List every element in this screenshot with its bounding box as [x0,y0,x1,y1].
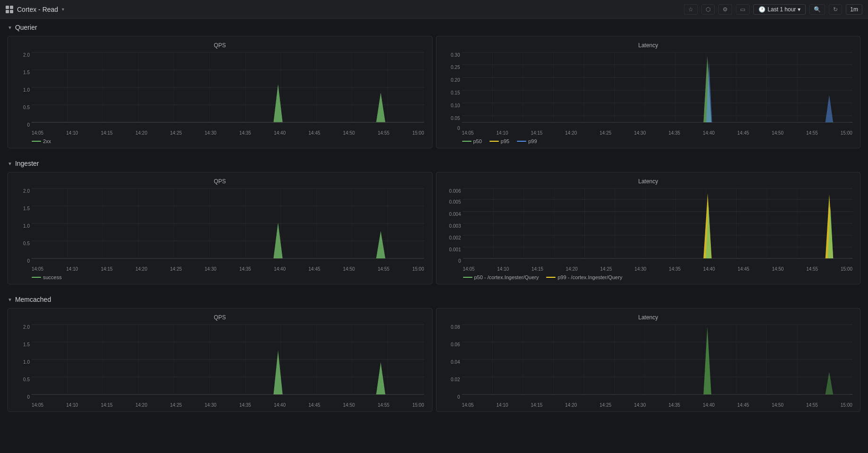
ingester-latency-chart[interactable] [463,188,853,264]
svg-marker-39 [825,95,833,122]
legend-p99-ing: p99 - /cortex.Ingester/Query [546,274,622,280]
star-button[interactable]: ☆ [684,4,698,15]
legend-p99-q: p99 [517,138,537,144]
ingester-latency-legend: p50 - /cortex.Ingester/Query p99 - /cort… [444,274,853,280]
ingester-latency-title: Latency [444,178,853,185]
legend-p50-ing: p50 - /cortex.Ingester/Query [463,274,539,280]
title-dropdown-arrow[interactable]: ▾ [62,7,64,12]
clock-icon: 🕐 [758,6,766,13]
ingester-qps-legend: success [16,274,424,280]
display-button[interactable]: ▭ [736,4,750,15]
section-querier-header[interactable]: ▼ Querier [8,24,860,31]
svg-marker-57 [376,231,385,258]
memcached-label: Memcached [15,296,51,303]
header-right: ☆ ⬡ ⚙ ▭ 🕐 Last 1 hour ▾ 🔍 ↻ 1m [684,4,862,15]
querier-qps-panel: QPS 2.0 1.5 1.0 0.5 0 [8,36,432,148]
header-left: Cortex - Read ▾ [6,6,64,13]
search-button[interactable]: 🔍 [809,4,825,15]
querier-charts-row: QPS 2.0 1.5 1.0 0.5 0 [8,36,860,148]
memcached-latency-chart[interactable] [462,325,853,400]
svg-marker-97 [376,362,385,394]
querier-latency-title: Latency [444,42,853,49]
svg-marker-56 [273,222,282,258]
ingester-latency-panel: Latency 0.006 0.005 0.004 0.003 0.002 0.… [436,172,861,284]
section-ingester-header[interactable]: ▼ Ingester [8,160,860,167]
legend-success: success [32,274,62,280]
refresh-button[interactable]: ↻ [829,4,842,15]
memcached-latency-panel: Latency 0.08 0.06 0.04 0.02 0 [436,308,861,412]
legend-p95-q: p95 [489,138,509,144]
section-querier: ▼ Querier QPS 2.0 1.5 1.0 0.5 0 [8,24,860,148]
share-button[interactable]: ⬡ [701,4,715,15]
section-memcached-header[interactable]: ▼ Memcached [8,296,860,303]
memcached-chevron: ▼ [8,297,12,302]
ingester-qps-panel: QPS 2.0 1.5 1.0 0.5 0 [8,172,432,284]
app-menu-icon[interactable] [6,6,13,13]
legend-2xx: 2xx [32,138,51,144]
main-content: ▼ Querier QPS 2.0 1.5 1.0 0.5 0 [0,19,868,428]
svg-marker-114 [703,327,711,394]
querier-qps-chart[interactable] [32,52,424,128]
legend-p50-q: p50 [462,138,482,144]
section-ingester: ▼ Ingester QPS 2.0 1.5 1.0 0.5 0 [8,160,860,284]
querier-chevron: ▼ [8,25,12,30]
querier-label: Querier [15,24,37,31]
svg-marker-96 [273,350,282,394]
svg-marker-17 [376,93,385,122]
querier-qps-title: QPS [16,42,424,49]
querier-qps-legend: 2xx [16,138,424,144]
memcached-charts-row: QPS 2.0 1.5 1.0 0.5 0 [8,308,860,412]
memcached-latency-title: Latency [444,314,853,321]
memcached-qps-panel: QPS 2.0 1.5 1.0 0.5 0 [8,308,432,412]
ingester-qps-title: QPS [16,178,424,185]
querier-latency-panel: Latency 0.30 0.25 0.20 0.15 0.10 0.05 0 [436,36,861,148]
settings-button[interactable]: ⚙ [718,4,732,15]
section-memcached: ▼ Memcached QPS 2.0 1.5 1.0 0.5 0 [8,296,860,412]
querier-latency-legend: p50 p95 p99 [444,138,853,144]
refresh-interval[interactable]: 1m [846,4,862,15]
time-range-picker[interactable]: 🕐 Last 1 hour ▾ [753,4,806,15]
memcached-qps-chart[interactable] [32,325,424,400]
top-header: Cortex - Read ▾ ☆ ⬡ ⚙ ▭ 🕐 Last 1 hour ▾ … [0,0,868,19]
ingester-label: Ingester [15,160,39,167]
svg-marker-16 [273,84,282,122]
querier-latency-chart[interactable] [462,52,853,128]
svg-marker-115 [825,372,833,394]
ingester-charts-row: QPS 2.0 1.5 1.0 0.5 0 [8,172,860,284]
memcached-qps-title: QPS [16,314,424,321]
ingester-qps-chart[interactable] [32,188,424,264]
ingester-chevron: ▼ [8,161,12,166]
time-range-arrow: ▾ [798,6,801,13]
legend-2xx-line [32,141,41,142]
page-title: Cortex - Read [17,6,58,13]
time-range-label: Last 1 hour [767,6,796,13]
legend-2xx-label: 2xx [43,138,51,144]
